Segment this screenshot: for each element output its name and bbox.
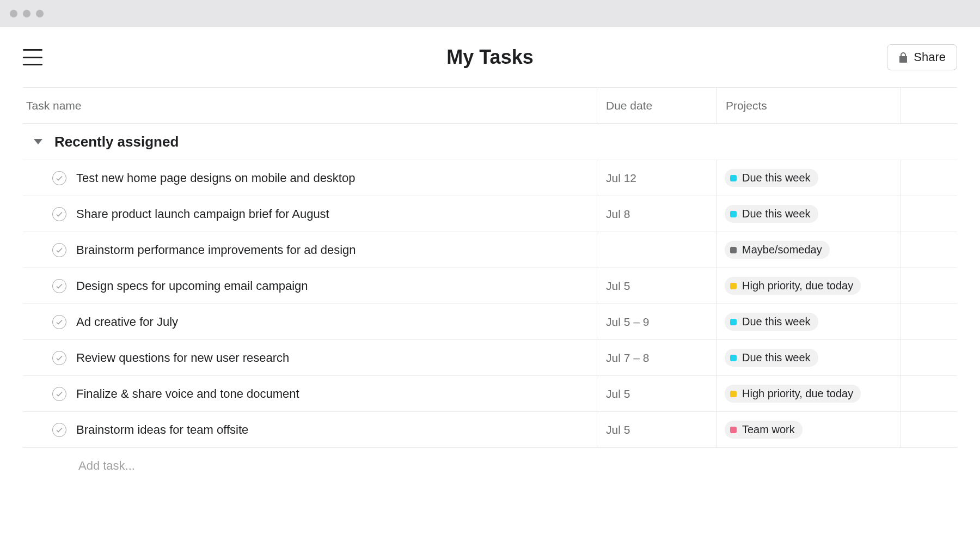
task-name-cell[interactable]: Brainstorm performance improvements for …: [23, 232, 597, 268]
task-due-date[interactable]: Jul 12: [597, 160, 716, 196]
project-chip-label: Due this week: [742, 172, 811, 184]
project-chip-label: Due this week: [742, 351, 811, 364]
hamburger-icon: [23, 49, 42, 51]
task-project-cell[interactable]: High priority, due today: [716, 376, 901, 411]
complete-check-icon[interactable]: [52, 171, 66, 185]
task-end-cell: [901, 160, 957, 196]
project-chip[interactable]: High priority, due today: [725, 385, 861, 403]
task-project-cell[interactable]: Due this week: [716, 196, 901, 232]
task-due-date[interactable]: [597, 232, 716, 268]
task-name-cell[interactable]: Finalize & share voice and tone document: [23, 376, 597, 411]
task-name: Test new home page designs on mobile and…: [76, 171, 355, 185]
task-end-cell: [901, 376, 957, 411]
share-button-label: Share: [914, 50, 946, 64]
task-project-cell[interactable]: Team work: [716, 412, 901, 447]
task-table: Task name Due date Projects Recently ass…: [23, 87, 957, 483]
task-row[interactable]: Design specs for upcoming email campaign…: [23, 268, 957, 304]
task-name-cell[interactable]: Test new home page designs on mobile and…: [23, 160, 597, 196]
task-end-cell: [901, 412, 957, 447]
project-chip[interactable]: Maybe/someday: [725, 241, 830, 259]
project-chip[interactable]: High priority, due today: [725, 277, 861, 295]
add-task-placeholder: Add task...: [78, 459, 135, 473]
project-chip-label: Team work: [742, 423, 795, 436]
section-title: Recently assigned: [54, 134, 179, 150]
traffic-light-close[interactable]: [10, 10, 17, 17]
page-title: My Tasks: [446, 46, 533, 69]
task-name: Share product launch campaign brief for …: [76, 207, 329, 221]
task-end-cell: [901, 268, 957, 304]
project-chip-label: Due this week: [742, 315, 811, 328]
column-header-projects[interactable]: Projects: [716, 88, 901, 123]
task-project-cell[interactable]: Due this week: [716, 340, 901, 375]
task-end-cell: [901, 304, 957, 339]
project-color-dot: [730, 319, 737, 325]
task-name-cell[interactable]: Design specs for upcoming email campaign: [23, 268, 597, 304]
complete-check-icon[interactable]: [52, 387, 66, 401]
task-end-cell: [901, 340, 957, 375]
task-name-cell[interactable]: Brainstorm ideas for team offsite: [23, 412, 597, 447]
column-header-extra: [901, 88, 957, 123]
task-name: Brainstorm performance improvements for …: [76, 243, 356, 257]
menu-button[interactable]: [23, 49, 42, 65]
lock-icon: [898, 52, 908, 63]
task-due-date[interactable]: Jul 5 – 9: [597, 304, 716, 339]
complete-check-icon[interactable]: [52, 243, 66, 257]
task-project-cell[interactable]: Due this week: [716, 304, 901, 339]
project-chip[interactable]: Due this week: [725, 349, 818, 367]
project-color-dot: [730, 391, 737, 397]
task-row[interactable]: Brainstorm ideas for team offsiteJul 5Te…: [23, 411, 957, 447]
task-end-cell: [901, 196, 957, 232]
complete-check-icon[interactable]: [52, 315, 66, 329]
task-row[interactable]: Ad creative for JulyJul 5 – 9Due this we…: [23, 304, 957, 339]
traffic-light-minimize[interactable]: [23, 10, 30, 17]
chevron-down-icon: [34, 139, 42, 144]
add-task-row[interactable]: Add task...: [23, 447, 957, 483]
task-row[interactable]: Share product launch campaign brief for …: [23, 196, 957, 232]
task-row[interactable]: Finalize & share voice and tone document…: [23, 375, 957, 411]
column-header-due-date[interactable]: Due date: [597, 88, 716, 123]
task-end-cell: [901, 232, 957, 268]
task-due-date[interactable]: Jul 5: [597, 376, 716, 411]
task-name-cell[interactable]: Review questions for new user research: [23, 340, 597, 375]
app-header: My Tasks Share: [23, 27, 957, 87]
project-chip-label: Maybe/someday: [742, 244, 822, 256]
project-chip[interactable]: Team work: [725, 421, 803, 439]
task-name: Design specs for upcoming email campaign: [76, 279, 308, 293]
project-color-dot: [730, 211, 737, 217]
complete-check-icon[interactable]: [52, 207, 66, 221]
task-project-cell[interactable]: Maybe/someday: [716, 232, 901, 268]
complete-check-icon[interactable]: [52, 423, 66, 437]
project-color-dot: [730, 247, 737, 253]
column-headers: Task name Due date Projects: [23, 88, 957, 124]
project-chip[interactable]: Due this week: [725, 313, 818, 331]
task-name: Review questions for new user research: [76, 351, 289, 365]
task-row[interactable]: Review questions for new user researchJu…: [23, 339, 957, 375]
column-header-task-name[interactable]: Task name: [23, 99, 597, 112]
task-due-date[interactable]: Jul 7 – 8: [597, 340, 716, 375]
task-project-cell[interactable]: Due this week: [716, 160, 901, 196]
traffic-light-maximize[interactable]: [36, 10, 44, 17]
project-color-dot: [730, 355, 737, 361]
task-due-date[interactable]: Jul 8: [597, 196, 716, 232]
project-color-dot: [730, 175, 737, 181]
task-name: Finalize & share voice and tone document: [76, 387, 299, 401]
project-chip[interactable]: Due this week: [725, 205, 818, 223]
project-color-dot: [730, 427, 737, 433]
section-header[interactable]: Recently assigned: [23, 124, 957, 160]
task-due-date[interactable]: Jul 5: [597, 268, 716, 304]
task-row[interactable]: Brainstorm performance improvements for …: [23, 232, 957, 268]
project-chip-label: Due this week: [742, 208, 811, 220]
project-color-dot: [730, 283, 737, 289]
task-name-cell[interactable]: Ad creative for July: [23, 304, 597, 339]
window-titlebar: [0, 0, 980, 27]
task-name-cell[interactable]: Share product launch campaign brief for …: [23, 196, 597, 232]
project-chip[interactable]: Due this week: [725, 169, 818, 187]
task-row[interactable]: Test new home page designs on mobile and…: [23, 160, 957, 196]
task-name: Brainstorm ideas for team offsite: [76, 423, 248, 437]
complete-check-icon[interactable]: [52, 279, 66, 293]
share-button[interactable]: Share: [887, 44, 957, 70]
task-name: Ad creative for July: [76, 315, 178, 329]
complete-check-icon[interactable]: [52, 351, 66, 365]
task-project-cell[interactable]: High priority, due today: [716, 268, 901, 304]
task-due-date[interactable]: Jul 5: [597, 412, 716, 447]
